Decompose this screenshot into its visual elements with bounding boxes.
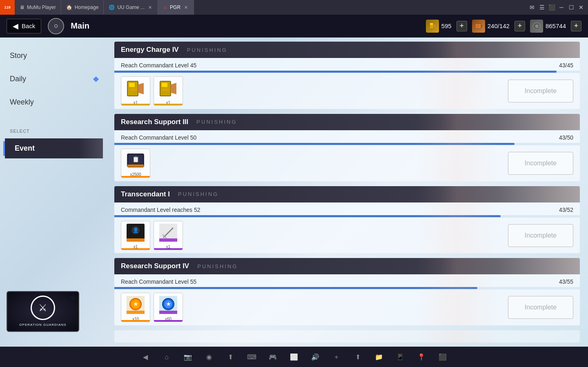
quest-research-support-iv-rewards: ★ x10 ★ x60 Incomplete [114, 289, 580, 325]
svg-rect-9 [129, 83, 135, 87]
quest-research-support-iv-subtitle: PUNISHING [197, 263, 238, 269]
quest-research-support-iii-subtitle: PUNISHING [196, 119, 237, 125]
svg-text:📋: 📋 [132, 156, 140, 163]
quest-transcendant-i-reward-1: 👤 x1 [121, 221, 150, 250]
menu-icon[interactable]: ☰ [538, 4, 546, 11]
quest-energy-charge-iv-desc: Reach Commandant Level 45 [121, 62, 554, 69]
uugame-icon: 🌐 [109, 4, 115, 10]
quest-energy-charge-iv-progress: 43/45 [559, 62, 573, 69]
svg-rect-30 [127, 311, 145, 314]
taskbar: ◀ ⌂ 📷 ◉ ⬆ ⌨ 🎮 ⬜ 🔊 + ⬆ 📁 📱 📍 ⬛ [0, 347, 588, 367]
main-label: Main [71, 21, 89, 31]
back-arrow-icon: ◀ [13, 22, 18, 31]
tab-pgr[interactable]: ⚔ PGR ✕ [158, 0, 194, 15]
reward-2-rarity-bar [154, 104, 183, 105]
taskbar-upload-icon[interactable]: ⬆ [353, 352, 363, 362]
mumu-icon: 🖥 [20, 4, 24, 10]
back-label: Back [22, 22, 35, 29]
svg-text:★: ★ [134, 301, 138, 307]
sidebar-item-weekly[interactable]: Weekly [0, 92, 106, 112]
pgr-icon: ⚔ [163, 4, 167, 10]
quest-energy-charge-iv-status-button[interactable]: Incomplete [508, 80, 573, 102]
homepage-icon: 🏠 [66, 4, 72, 10]
quest-research-support-iii-header: Research Support III PUNISHING [114, 114, 580, 130]
quest-research-support-iv-progress: 43/55 [559, 278, 573, 285]
quest-energy-charge-iv-reward-2: x1 [154, 76, 183, 106]
close-icon[interactable]: ✕ [577, 4, 585, 11]
quest-energy-charge-iv-header: Energy Charge IV PUNISHING [114, 42, 580, 58]
reward-character-rarity-bar [121, 248, 150, 250]
sidebar: Story Daily Weekly SELECT Event ⚔ OPERAT… [0, 38, 106, 347]
tab-uugame-close[interactable]: ✕ [147, 4, 153, 10]
taskbar-phone-icon[interactable]: 📱 [395, 352, 405, 362]
tab-uugame[interactable]: 🌐 UU Game ... ✕ [104, 0, 158, 15]
quest-transcendant-i-status-button[interactable]: Incomplete [508, 224, 573, 247]
taskbar-plus-icon[interactable]: + [332, 352, 341, 362]
select-label: SELECT [0, 127, 106, 135]
quest-energy-charge-iv: Energy Charge IV PUNISHING Reach Command… [114, 42, 580, 109]
quest-research-support-iii: Research Support III PUNISHING Reach Com… [114, 114, 580, 181]
reward-1-icon [125, 78, 147, 100]
tab-pgr-close[interactable]: ✕ [183, 4, 189, 10]
quest-research-support-iv-header: Research Support IV PUNISHING [114, 258, 580, 274]
quest-research-support-iii-title: Research Support III [121, 118, 188, 126]
taskbar-keyboard-icon[interactable]: ⌨ [247, 352, 256, 362]
reward-token-blue-icon: ★ [157, 294, 179, 316]
fuel-plus-button[interactable]: + [457, 21, 467, 31]
quest-transcendant-i-title: Transcendant I [121, 190, 170, 198]
quest-research-support-iii-progress: 43/50 [559, 134, 573, 141]
tab-mumu[interactable]: 🖥 MuMu Player [15, 0, 61, 15]
quest-transcendant-i-status-label: Incomplete [525, 232, 557, 239]
quest-research-support-iii-status-button[interactable]: Incomplete [508, 152, 573, 175]
quest-list: Energy Charge IV PUNISHING Reach Command… [106, 38, 588, 347]
banner-logo: ⚔ [31, 296, 55, 320]
story-label: Story [10, 51, 27, 60]
fullscreen-icon[interactable]: ⬛ [548, 4, 555, 11]
back-button[interactable]: ◀ Back [7, 19, 41, 33]
quest-transcendant-i-desc: Commandant Level reaches 52 [121, 207, 554, 213]
taskbar-circle-icon[interactable]: ◉ [204, 352, 214, 362]
taskbar-gamepad-icon[interactable]: 🎮 [268, 352, 278, 362]
taskbar-resize-icon[interactable]: ⬜ [289, 352, 299, 362]
sidebar-item-daily[interactable]: Daily [0, 69, 106, 89]
coin-plus-button[interactable]: + [571, 21, 581, 31]
restore-icon[interactable]: ☐ [568, 4, 575, 11]
svg-rect-4 [476, 24, 479, 28]
taskbar-volume-icon[interactable]: 🔊 [310, 352, 320, 362]
taskbar-folder-icon[interactable]: 📁 [374, 352, 384, 362]
taskbar-window-icon[interactable]: ⬛ [438, 352, 448, 362]
sidebar-item-event[interactable]: Event [5, 138, 103, 158]
title-bar-left: 119 🖥 MuMu Player 🏠 Homepage 🌐 UU Game .… [0, 0, 528, 15]
reward-token-blue-rarity-bar [154, 320, 183, 322]
taskbar-home-icon[interactable]: ⌂ [162, 352, 172, 362]
sidebar-item-story[interactable]: Story [0, 46, 106, 66]
sidebar-banner[interactable]: ⚔ OPERATION GUARDIANS [7, 291, 79, 332]
quest-research-support-iii-rewards: 📋 x2500 Incomplete [114, 145, 580, 181]
quest-energy-charge-iv-title: Energy Charge IV [121, 46, 179, 54]
home-circle-icon: ○ [54, 22, 58, 30]
tab-uugame-label: UU Game ... [117, 4, 145, 10]
reward-weapon-icon [157, 222, 179, 244]
quest-research-support-iv-status-button[interactable]: Incomplete [508, 296, 573, 319]
taskbar-share-icon[interactable]: ⬆ [225, 352, 235, 362]
svg-rect-25 [159, 238, 177, 242]
mail-icon[interactable]: ✉ [528, 4, 536, 11]
taskbar-back-icon[interactable]: ◀ [140, 352, 150, 362]
svg-text:⚙: ⚙ [535, 24, 538, 29]
tab-homepage[interactable]: 🏠 Homepage [61, 0, 104, 15]
taskbar-location-icon[interactable]: 📍 [416, 352, 426, 362]
home-button[interactable]: ○ [48, 18, 64, 34]
quest-research-support-iv-desc: Reach Commandant Level 55 [121, 278, 554, 285]
quest-research-support-iv-reward-2: ★ x60 [154, 293, 183, 322]
quest-research-support-iv-title: Research Support IV [121, 262, 189, 270]
title-bar-right: ✉ ☰ ⬛ ─ ☐ ✕ [528, 4, 588, 11]
taskbar-camera-icon[interactable]: 📷 [183, 352, 193, 362]
daily-label: Daily [10, 75, 26, 83]
battery-icon [472, 20, 485, 33]
svg-rect-12 [162, 83, 167, 87]
game-top-bar: ◀ Back ○ Main 595 + 240/142 + ⚙ 865744 [0, 15, 588, 38]
minimize-icon[interactable]: ─ [558, 4, 565, 11]
quest-energy-charge-iv-status-label: Incomplete [525, 87, 557, 95]
battery-plus-button[interactable]: + [514, 21, 525, 31]
svg-rect-17 [127, 165, 144, 167]
